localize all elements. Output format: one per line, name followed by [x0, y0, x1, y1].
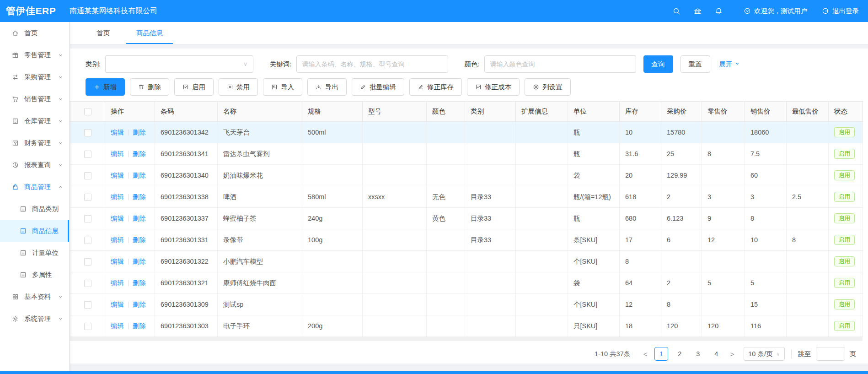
edit-link[interactable]: 编辑: [111, 301, 124, 308]
edit-link[interactable]: 编辑: [111, 279, 124, 287]
row-checkbox[interactable]: [84, 258, 91, 266]
edit-link[interactable]: 编辑: [111, 258, 124, 265]
edit-link[interactable]: 编辑: [111, 193, 124, 201]
sidebar-item-multi-attribute[interactable]: 多属性: [0, 264, 69, 286]
horizontal-scrollbar[interactable]: [70, 337, 863, 341]
cell-model: [363, 165, 427, 186]
page-size-value: 10 条/页: [748, 350, 772, 358]
color-input[interactable]: [484, 55, 636, 73]
delete-link[interactable]: 删除: [133, 215, 146, 222]
toolbar-button-修正库存[interactable]: 修正库存: [409, 78, 462, 96]
toolbar-button-删除[interactable]: 删除: [130, 78, 169, 96]
delete-link[interactable]: 删除: [133, 150, 146, 157]
table-row: 编辑删除6901236301322小鹏汽车模型个[SKU]8启用: [70, 251, 863, 272]
bank-icon-button[interactable]: [687, 0, 708, 22]
expand-link[interactable]: 展开: [719, 60, 740, 69]
page-size-select[interactable]: 10 条/页 ∨: [744, 347, 784, 361]
prev-page-button[interactable]: <: [638, 347, 652, 361]
toolbar-button-禁用[interactable]: 禁用: [219, 78, 258, 96]
cell-stock: 680: [620, 208, 661, 229]
toolbar-button-修正成本[interactable]: 修正成本: [467, 78, 520, 96]
delete-link[interactable]: 删除: [133, 301, 146, 308]
tab-首页[interactable]: 首页: [86, 22, 120, 44]
sidebar-item-product[interactable]: 商品管理: [0, 176, 69, 198]
row-checkbox[interactable]: [84, 151, 91, 158]
row-checkbox[interactable]: [84, 172, 91, 179]
page-button-2[interactable]: 2: [673, 347, 686, 361]
sidebar-item-warehouse[interactable]: 仓库管理: [0, 110, 69, 132]
delete-link[interactable]: 删除: [133, 236, 146, 244]
delete-link[interactable]: 删除: [133, 193, 146, 201]
row-checkbox[interactable]: [84, 280, 91, 287]
reset-button[interactable]: 重置: [680, 55, 710, 73]
category-select[interactable]: ∨: [105, 55, 253, 73]
edit-link[interactable]: 编辑: [111, 150, 124, 157]
sidebar-item-home[interactable]: 首页: [0, 22, 69, 44]
cell-unit: 只[SKU]: [568, 315, 620, 337]
sidebar-item-measure-unit[interactable]: 计量单位: [0, 242, 69, 264]
cell-category: [465, 143, 516, 165]
cell-model: [363, 315, 427, 337]
page-button-1[interactable]: 1: [654, 347, 668, 361]
toolbar-button-列设置[interactable]: 列设置: [525, 78, 571, 96]
table-row: 编辑删除6901236301342飞天茅台500ml瓶101578018060启…: [70, 122, 863, 143]
row-checkbox[interactable]: [84, 323, 91, 330]
edit-link[interactable]: 编辑: [111, 215, 124, 222]
sidebar-item-basic-data[interactable]: 基本资料: [0, 286, 69, 308]
delete-link[interactable]: 删除: [133, 172, 146, 179]
search-button[interactable]: 查询: [643, 55, 673, 73]
next-page-button[interactable]: >: [725, 347, 739, 361]
toolbar-button-导出[interactable]: 导出: [307, 78, 347, 96]
sidebar-item-purchase[interactable]: 采购管理: [0, 66, 69, 88]
cell-retail: [702, 122, 745, 143]
select-all-checkbox[interactable]: [84, 108, 91, 115]
cell-sale: 3: [745, 186, 787, 208]
row-checkbox-cell: [70, 165, 105, 186]
edit-link[interactable]: 编辑: [111, 129, 124, 136]
tab-商品信息[interactable]: 商品信息: [126, 22, 173, 44]
toolbar-button-导入[interactable]: 导入: [263, 78, 302, 96]
sidebar-item-system[interactable]: 系统管理: [0, 308, 69, 330]
sidebar-item-product-info[interactable]: 商品信息: [0, 220, 69, 242]
sidebar-item-report[interactable]: 报表查询: [0, 154, 69, 176]
row-checkbox[interactable]: [84, 237, 91, 244]
chevron-down-icon: [58, 163, 63, 168]
pagination-total: 1-10 共37条: [595, 350, 630, 358]
column-header-操作: 操作: [105, 102, 155, 122]
row-checkbox-cell: [70, 272, 105, 294]
jump-page-input[interactable]: [816, 347, 845, 361]
keyword-input[interactable]: [296, 55, 448, 73]
bell-icon-button[interactable]: [708, 0, 729, 22]
sidebar-item-finance[interactable]: 财务管理: [0, 132, 69, 154]
row-checkbox[interactable]: [84, 301, 91, 309]
row-checkbox[interactable]: [84, 194, 91, 201]
sidebar-item-label: 计量单位: [32, 249, 59, 257]
cell-sale: 8: [745, 208, 787, 229]
delete-link[interactable]: 删除: [133, 322, 146, 330]
sidebar-item-label: 系统管理: [24, 314, 51, 323]
page-button-3[interactable]: 3: [691, 347, 705, 361]
sidebar-item-retail[interactable]: 零售管理: [0, 44, 69, 66]
sidebar-item-sales[interactable]: 销售管理: [0, 88, 69, 110]
search-icon-button[interactable]: [666, 0, 687, 22]
welcome-user[interactable]: 欢迎您，测试用户: [744, 7, 807, 16]
edit-link[interactable]: 编辑: [111, 322, 124, 330]
delete-link[interactable]: 删除: [133, 258, 146, 265]
cell-model: [363, 294, 427, 315]
sidebar-item-product-category[interactable]: 商品类别: [0, 198, 69, 220]
row-checkbox[interactable]: [84, 129, 91, 136]
row-actions-cell: 编辑删除: [105, 165, 155, 186]
home-icon: [12, 30, 19, 37]
toolbar-button-批量编辑[interactable]: 批量编辑: [352, 78, 404, 96]
cell-barcode: 6901236301321: [155, 272, 218, 294]
toolbar-button-启用[interactable]: 启用: [174, 78, 214, 96]
logout-button[interactable]: 退出登录: [822, 7, 859, 16]
page-button-4[interactable]: 4: [709, 347, 723, 361]
edit-link[interactable]: 编辑: [111, 172, 124, 179]
delete-link[interactable]: 删除: [133, 279, 146, 287]
row-checkbox[interactable]: [84, 215, 91, 222]
cell-purchase: 2: [661, 272, 702, 294]
edit-link[interactable]: 编辑: [111, 236, 124, 244]
toolbar-button-新增[interactable]: 新增: [86, 78, 125, 96]
delete-link[interactable]: 删除: [133, 129, 146, 136]
